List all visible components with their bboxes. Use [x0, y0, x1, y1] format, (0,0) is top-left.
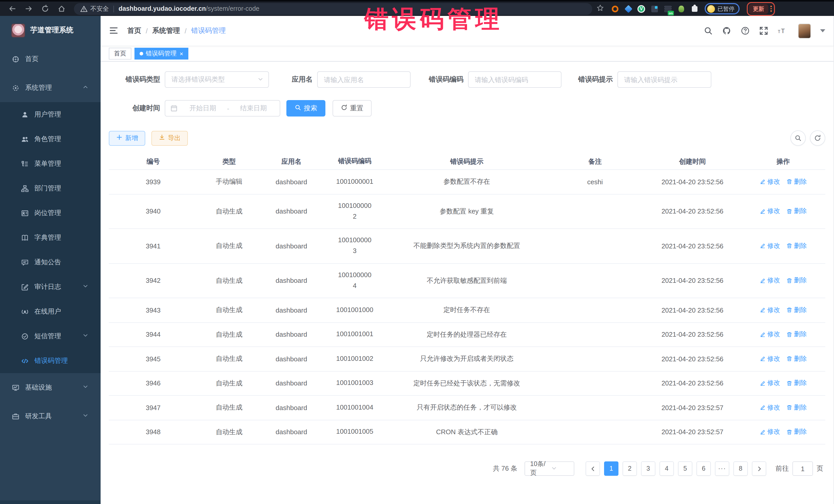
back-icon[interactable] — [7, 4, 18, 14]
help-icon[interactable] — [740, 25, 751, 37]
delete-link[interactable]: 删除 — [786, 355, 807, 364]
row-code: 100100000 4 — [322, 270, 387, 291]
page-button[interactable]: 6 — [697, 461, 711, 476]
extension-vue-icon[interactable]: V — [637, 5, 645, 13]
error-msg-input[interactable] — [617, 71, 711, 88]
tab-home[interactable]: 首页 — [109, 48, 131, 60]
delete-link[interactable]: 删除 — [786, 242, 807, 250]
sidebar-item[interactable]: 菜单管理 — [0, 151, 101, 176]
edit-link[interactable]: 修改 — [760, 178, 780, 186]
page-button[interactable]: 5 — [678, 461, 692, 476]
page-button[interactable]: 3 — [641, 461, 655, 476]
refresh-table-button[interactable] — [810, 130, 825, 146]
edit-link[interactable]: 修改 — [760, 355, 780, 364]
sidebar-item[interactable]: 在线用户 — [0, 299, 101, 324]
sidebar-item[interactable]: 错误码管理 — [0, 349, 101, 373]
delete-link[interactable]: 删除 — [786, 379, 807, 388]
extension-key-icon[interactable] — [677, 5, 685, 13]
row-code: 100100000 2 — [322, 201, 387, 222]
tab-error-code[interactable]: 错误码管理 × — [134, 48, 188, 60]
github-icon[interactable] — [721, 25, 732, 37]
error-code-input[interactable] — [468, 71, 562, 88]
app-name-input[interactable] — [317, 71, 411, 88]
extensions-puzzle-icon[interactable] — [690, 5, 699, 13]
sidebar-item[interactable]: 字典管理 — [0, 225, 101, 250]
error-type-select[interactable]: 请选择错误码类型 — [165, 71, 269, 88]
search-icon[interactable] — [703, 25, 714, 37]
delete-link[interactable]: 删除 — [786, 178, 807, 186]
breadcrumb-home[interactable]: 首页 — [127, 26, 141, 36]
page-button[interactable]: 1 — [604, 461, 618, 476]
bookmark-star-icon[interactable] — [596, 4, 606, 13]
browser-profile-chip[interactable]: 已暂停 — [705, 3, 740, 14]
edit-icon — [760, 405, 766, 411]
edit-link[interactable]: 修改 — [760, 242, 780, 250]
delete-link[interactable]: 删除 — [786, 428, 807, 437]
sidebar-item[interactable]: 基础设施 — [0, 373, 101, 402]
page-button[interactable]: 2 — [622, 461, 637, 476]
sidebar-item[interactable]: 研发工具 — [0, 402, 101, 431]
prev-page-button[interactable] — [586, 461, 600, 476]
page-unit-label: 页 — [816, 464, 823, 473]
extension-gem-icon[interactable] — [624, 5, 632, 13]
extension-list-icon[interactable]: on — [664, 5, 672, 13]
edit-link[interactable]: 修改 — [760, 330, 780, 339]
sidebar-item[interactable]: 审计日志 — [0, 275, 101, 299]
reload-icon[interactable] — [40, 4, 50, 14]
search-button[interactable]: 搜索 — [286, 100, 325, 116]
delete-link[interactable]: 删除 — [786, 277, 807, 285]
row-time: 2021-04-20 23:52:56 — [644, 355, 741, 363]
page-size-select[interactable]: 10条/页 — [525, 461, 574, 476]
goto-page-input[interactable] — [792, 461, 813, 476]
reset-button[interactable]: 重置 — [333, 100, 372, 116]
edit-link[interactable]: 修改 — [760, 277, 780, 285]
app-logo-row[interactable]: 芋道管理系统 — [0, 16, 101, 45]
browser-menu-icon[interactable] — [770, 6, 773, 12]
sidebar-item[interactable]: 系统管理 — [0, 73, 101, 102]
delete-link[interactable]: 删除 — [786, 306, 807, 314]
extension-orange-icon[interactable] — [611, 5, 619, 13]
next-page-button[interactable] — [752, 461, 766, 476]
export-button[interactable]: 导出 — [151, 131, 188, 146]
page-button[interactable]: 4 — [659, 461, 674, 476]
font-size-icon[interactable]: TT — [776, 25, 788, 37]
tab-label: 错误码管理 — [146, 49, 177, 58]
chevron-up-icon — [82, 84, 90, 92]
user-avatar[interactable] — [798, 23, 811, 38]
hamburger-icon[interactable] — [109, 26, 119, 36]
row-id: 3940 — [109, 207, 198, 215]
edit-link[interactable]: 修改 — [760, 379, 780, 388]
page-button[interactable]: 8 — [733, 461, 748, 476]
fullscreen-icon[interactable] — [758, 25, 769, 37]
add-button[interactable]: 新增 — [109, 131, 145, 146]
forward-icon[interactable] — [24, 4, 34, 14]
edit-link[interactable]: 修改 — [760, 403, 780, 412]
delete-link[interactable]: 删除 — [786, 403, 807, 412]
edit-link[interactable]: 修改 — [760, 428, 780, 437]
update-button[interactable]: 更新 — [749, 4, 768, 14]
sidebar-item[interactable]: 通知公告 — [0, 250, 101, 275]
home-icon[interactable] — [57, 4, 67, 14]
sidebar-item[interactable]: 首页 — [0, 45, 101, 73]
chevron-down-icon — [82, 384, 90, 392]
avatar-caret-icon[interactable] — [820, 29, 825, 32]
extension-grid-icon[interactable] — [650, 5, 658, 13]
row-msg: 参数配置 key 重复 — [387, 207, 546, 216]
date-range-picker[interactable]: 开始日期 - 结束日期 — [165, 100, 280, 116]
breadcrumb-system[interactable]: 系统管理 — [152, 26, 180, 36]
url-bar[interactable]: 不安全 dashboard.yudao.iocoder.cn/system/er… — [74, 3, 592, 15]
goto-page: 前往 页 — [775, 461, 823, 476]
breadcrumb-separator: / — [146, 27, 148, 35]
sidebar-item[interactable]: 短信管理 — [0, 324, 101, 349]
pager-ellipsis[interactable]: ··· — [715, 461, 729, 476]
sidebar-item[interactable]: 角色管理 — [0, 127, 101, 151]
edit-link[interactable]: 修改 — [760, 207, 780, 216]
delete-link[interactable]: 删除 — [786, 207, 807, 216]
toggle-search-button[interactable] — [790, 130, 806, 146]
sidebar-item[interactable]: 部门管理 — [0, 176, 101, 201]
sidebar-item[interactable]: 用户管理 — [0, 102, 101, 127]
sidebar-item[interactable]: 岗位管理 — [0, 201, 101, 225]
close-tab-icon[interactable]: × — [180, 50, 183, 57]
edit-link[interactable]: 修改 — [760, 306, 780, 314]
delete-link[interactable]: 删除 — [786, 330, 807, 339]
